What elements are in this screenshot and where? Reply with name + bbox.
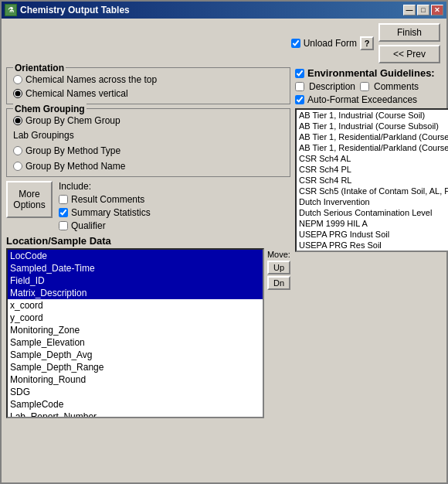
list-item[interactable]: LocCode — [8, 250, 263, 262]
chem-group-radio-3[interactable] — [13, 162, 22, 171]
location-list-area: LocCodeSampled_Date-TimeField_IDMatrix_D… — [6, 248, 290, 478]
chem-group-radio-1[interactable] — [13, 116, 22, 125]
window-title: Chemistry Output Tables — [20, 5, 400, 15]
qualifier-row: Qualifier — [59, 220, 151, 231]
right-column: Environmental Guidelines: Description Co… — [295, 67, 442, 478]
orientation-label-2: Chemical Names vertical — [25, 88, 128, 99]
auto-format-checkbox[interactable] — [295, 95, 304, 104]
env-panel: Environmental Guidelines: Description Co… — [295, 67, 448, 252]
unload-form-area: Unload Form ? — [291, 36, 374, 50]
orientation-radio-1[interactable] — [13, 75, 22, 84]
more-options-button[interactable]: More Options — [6, 181, 53, 218]
list-item[interactable]: Sample_Elevation — [8, 336, 263, 349]
right-buttons: Finish << Prev — [378, 23, 440, 63]
qualifier-label: Qualifier — [71, 220, 106, 231]
chem-group-label-2: Group By Method Type — [25, 145, 120, 156]
auto-format-row: Auto-Format Exceedances — [295, 94, 448, 105]
prev-button[interactable]: << Prev — [378, 45, 440, 63]
orientation-label-1: Chemical Names across the top — [25, 74, 157, 85]
comments-label: Comments — [374, 81, 419, 92]
main-area: Orientation Chemical Names across the to… — [6, 67, 442, 478]
result-comments-label: Result Comments — [71, 194, 144, 205]
list-item[interactable]: Matrix_Description — [8, 287, 263, 299]
env-title-row: Environmental Guidelines: — [295, 67, 448, 79]
list-item[interactable]: Sample_Depth_Avg — [8, 349, 263, 361]
list-item[interactable]: y_coord — [8, 312, 263, 324]
summary-statistics-row: Summary Statistics — [59, 207, 151, 218]
orientation-radio-2[interactable] — [13, 89, 22, 98]
env-options-row: Description Comments — [295, 81, 448, 92]
orientation-option2-row: Chemical Names vertical — [13, 88, 283, 99]
move-dn-button[interactable]: Dn — [267, 276, 290, 290]
middle-section: More Options Include: Result Comments Su… — [6, 181, 290, 231]
lab-groupings-label: Lab Groupings — [13, 130, 283, 141]
chem-group-option1-row: Group By Chem Group — [13, 115, 283, 126]
comments-checkbox[interactable] — [360, 82, 369, 91]
chem-grouping-title: Chem Grouping — [13, 104, 87, 114]
restore-button[interactable]: □ — [417, 5, 429, 15]
auto-format-label: Auto-Format Exceedances — [307, 94, 417, 105]
location-title: Location/Sample Data — [6, 235, 111, 247]
move-controls: Move: Up Dn — [267, 248, 290, 478]
orientation-group: Orientation Chemical Names across the to… — [6, 67, 290, 104]
chem-group-radio-2[interactable] — [13, 146, 22, 155]
description-label: Description — [309, 81, 355, 92]
app-icon: ⚗ — [5, 4, 17, 16]
list-item[interactable]: AB Tier 1, Industrial (Course Subsoil) — [297, 121, 448, 131]
list-item[interactable]: SDG — [8, 386, 263, 398]
orientation-option1-row: Chemical Names across the top — [13, 74, 283, 85]
list-item[interactable]: AB Tier 1, Residential/Parkland (Course … — [297, 131, 448, 142]
location-panel: Location/Sample Data LocCodeSampled_Date… — [6, 235, 290, 478]
list-item[interactable]: CSR Sch4 PL — [297, 164, 448, 175]
env-guidelines-title: Environmental Guidelines: — [307, 67, 435, 79]
list-item[interactable]: Lab_Report_Number — [8, 411, 263, 418]
location-title-row: Location/Sample Data — [6, 235, 290, 247]
title-bar: ⚗ Chemistry Output Tables — □ ✕ — [2, 2, 446, 19]
unload-form-label: Unload Form — [304, 38, 357, 49]
list-item[interactable]: NEPM 1999 HIL A — [297, 218, 448, 229]
description-checkbox[interactable] — [295, 82, 304, 91]
list-item[interactable]: CSR Sch4 AL — [297, 153, 448, 164]
close-button[interactable]: ✕ — [431, 5, 443, 15]
move-label: Move: — [267, 250, 290, 259]
result-comments-checkbox[interactable] — [59, 195, 68, 204]
content-area: Unload Form ? Finish << Prev Orientation… — [2, 19, 446, 482]
unload-form-checkbox[interactable] — [291, 39, 300, 48]
finish-button[interactable]: Finish — [378, 23, 440, 42]
chem-group-option3-row: Group By Method Name — [13, 161, 283, 172]
env-guidelines-listbox[interactable]: AB Tier 1, Industrial (Course Soil)AB Ti… — [295, 108, 448, 252]
orientation-title: Orientation — [13, 63, 66, 73]
qualifier-checkbox[interactable] — [59, 221, 68, 230]
help-button[interactable]: ? — [360, 36, 374, 50]
list-item[interactable]: Dutch Serious Contamination Level — [297, 207, 448, 218]
window-controls: — □ ✕ — [403, 5, 443, 15]
left-column: Orientation Chemical Names across the to… — [6, 67, 290, 478]
list-item[interactable]: Sampled_Date-Time — [8, 262, 263, 274]
list-item[interactable]: AB Tier 1, Residential/Parkland (Course … — [297, 142, 448, 153]
list-item[interactable]: SampleCode — [8, 398, 263, 411]
list-item[interactable]: Monitoring_Zone — [8, 324, 263, 336]
list-item[interactable]: x_coord — [8, 299, 263, 312]
chem-grouping-group: Chem Grouping Group By Chem Group Lab Gr… — [6, 108, 290, 177]
list-item[interactable]: Field_ID — [8, 274, 263, 287]
result-comments-row: Result Comments — [59, 194, 151, 205]
list-item[interactable]: Dutch Invervention — [297, 196, 448, 207]
list-item[interactable]: CSR Sch5 (Intake of Contam Soil, AL, PL,… — [297, 186, 448, 196]
list-item[interactable]: USEPA PRG Indust Soil — [297, 229, 448, 240]
list-item[interactable]: Sample_Depth_Range — [8, 361, 263, 373]
chem-group-label-3: Group By Method Name — [25, 161, 125, 172]
list-item[interactable]: CSR Sch4 RL — [297, 175, 448, 186]
list-item[interactable]: USEPA PRG Res Soil — [297, 240, 448, 251]
move-up-button[interactable]: Up — [267, 261, 290, 274]
location-listbox[interactable]: LocCodeSampled_Date-TimeField_IDMatrix_D… — [6, 248, 264, 418]
minimize-button[interactable]: — — [403, 5, 416, 15]
list-item[interactable]: AB Tier 1, Industrial (Course Soil) — [297, 110, 448, 121]
chem-group-option2-row: Group By Method Type — [13, 145, 283, 156]
list-item[interactable]: Monitoring_Round — [8, 373, 263, 386]
main-window: ⚗ Chemistry Output Tables — □ ✕ Unload F… — [0, 0, 448, 484]
env-guidelines-checkbox[interactable] — [295, 69, 304, 78]
include-title: Include: — [59, 181, 151, 192]
chem-group-label-1: Group By Chem Group — [25, 115, 120, 126]
include-area: Include: Result Comments Summary Statist… — [59, 181, 151, 231]
summary-statistics-checkbox[interactable] — [59, 208, 68, 217]
